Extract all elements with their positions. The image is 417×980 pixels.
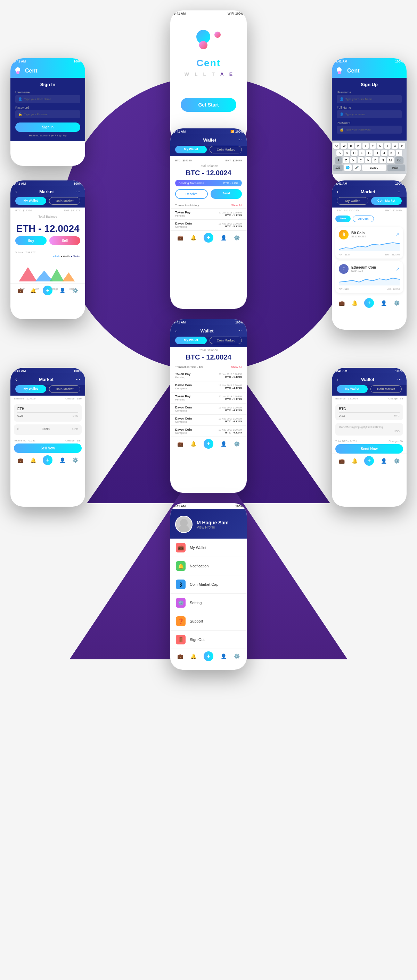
key-z[interactable]: Z xyxy=(343,157,349,164)
nav-add-button[interactable]: + xyxy=(364,298,374,308)
nav-add-button[interactable]: + xyxy=(364,456,374,466)
nav-bell-icon[interactable]: 🔔 xyxy=(351,300,358,306)
menu-item-coin-market[interactable]: ₿ Coin Market Cap xyxy=(170,575,247,594)
nav-user-icon[interactable]: 👤 xyxy=(59,457,66,463)
get-start-button[interactable]: Get Start xyxy=(181,98,236,112)
nav-wallet-icon[interactable]: 💼 xyxy=(339,300,345,306)
wallet-tx-tab-wallet[interactable]: My Wallet xyxy=(175,337,207,344)
signin-password-input[interactable]: 🔒 Type your Password xyxy=(15,110,80,118)
key-v[interactable]: V xyxy=(365,157,371,164)
key-r[interactable]: R xyxy=(355,143,361,149)
wallet-tx-menu-icon[interactable]: ··· xyxy=(237,328,242,334)
tx-show-all[interactable]: Show All xyxy=(231,204,242,207)
key-s[interactable]: S xyxy=(344,150,350,156)
key-shift[interactable]: ⬆ xyxy=(335,157,342,164)
nav-add-button[interactable]: + xyxy=(43,455,53,465)
key-mic[interactable]: 🎤 xyxy=(353,164,361,171)
tab-my-wallet[interactable]: My Wallet xyxy=(175,146,207,153)
nav-bell-icon[interactable]: 🔔 xyxy=(190,235,197,240)
nav-wallet-icon[interactable]: 💼 xyxy=(177,441,183,447)
send-button[interactable]: Send xyxy=(211,189,242,199)
nav-bell-icon[interactable]: 🔔 xyxy=(351,458,358,464)
wallet-send-tab-coin[interactable]: Coin Market xyxy=(371,385,402,393)
menu-item-wallet[interactable]: 💼 My Wallet xyxy=(170,539,247,557)
key-123[interactable]: 123 xyxy=(333,164,343,171)
menu-item-notification[interactable]: 🔔 Notification xyxy=(170,557,247,575)
nav-wallet-icon[interactable]: 💼 xyxy=(177,235,183,240)
send-now-button[interactable]: Send Now xyxy=(336,444,403,453)
nav-wallet-icon[interactable]: 💼 xyxy=(339,458,345,464)
tab-coin-market[interactable]: Coin Market xyxy=(209,146,242,153)
nav-bell-icon[interactable]: 🔔 xyxy=(30,457,36,463)
key-return[interactable]: return xyxy=(387,164,405,171)
nav-gear-icon[interactable]: ⚙️ xyxy=(234,654,240,659)
sell-button[interactable]: Sell xyxy=(50,236,81,245)
market-right-tab-coin[interactable]: Coin Market xyxy=(371,197,402,205)
key-p[interactable]: P xyxy=(399,143,405,149)
key-g[interactable]: G xyxy=(366,150,372,156)
key-k[interactable]: K xyxy=(388,150,395,156)
nav-add-button[interactable]: + xyxy=(204,439,213,449)
market-sell-tab-wallet[interactable]: My Wallet xyxy=(15,385,46,393)
signin-no-account[interactable]: Have no account yet? Sign Up xyxy=(15,134,80,137)
all-coin-button[interactable]: All Coin xyxy=(353,215,374,222)
key-j[interactable]: J xyxy=(381,150,387,156)
wallet-tx-tab-coin[interactable]: Coin Market xyxy=(209,337,242,344)
key-n[interactable]: N xyxy=(379,157,386,164)
nav-gear-icon[interactable]: ⚙️ xyxy=(394,458,399,464)
key-w[interactable]: W xyxy=(340,143,347,149)
key-l[interactable]: L xyxy=(396,150,402,156)
receive-button[interactable]: Receive xyxy=(175,189,208,199)
signup-username-input[interactable]: 👤 Type your User Name xyxy=(337,95,402,103)
buy-button[interactable]: Buy xyxy=(15,236,46,245)
key-a[interactable]: A xyxy=(336,150,343,156)
tx-show-all-btn[interactable]: Show All xyxy=(231,366,242,369)
market-sell-menu-icon[interactable]: ··· xyxy=(76,376,80,382)
eth-share-icon[interactable]: ↗ xyxy=(395,266,399,272)
market-left-menu-icon[interactable]: ··· xyxy=(76,189,80,194)
market-left-tab-coin[interactable]: Coin Market xyxy=(49,197,81,205)
signup-fullname-input[interactable]: 👤 Type your name xyxy=(337,110,402,118)
key-b[interactable]: B xyxy=(372,157,379,164)
nav-wallet-icon[interactable]: 💼 xyxy=(18,457,23,463)
key-h[interactable]: H xyxy=(374,150,380,156)
key-i[interactable]: I xyxy=(384,143,391,149)
key-q[interactable]: Q xyxy=(333,143,340,149)
key-o[interactable]: O xyxy=(391,143,398,149)
key-space[interactable]: space xyxy=(362,164,387,171)
signin-button[interactable]: Sign In xyxy=(15,123,80,132)
menu-item-setting[interactable]: ⚙️ Setting xyxy=(170,594,247,612)
wallet-send-menu-icon[interactable]: ··· xyxy=(397,376,402,382)
menu-item-signout[interactable]: 🚪 Sign Out xyxy=(170,630,247,649)
market-right-tab-wallet[interactable]: My Wallet xyxy=(337,197,368,205)
key-m[interactable]: M xyxy=(387,157,394,164)
key-globe[interactable]: 🌐 xyxy=(344,164,351,171)
nav-user-icon[interactable]: 👤 xyxy=(220,235,227,240)
btc-share-icon[interactable]: ↗ xyxy=(395,232,399,237)
nav-bell-icon[interactable]: 🔔 xyxy=(190,654,197,659)
market-right-menu-icon[interactable]: ··· xyxy=(398,189,402,194)
market-sell-tab-coin[interactable]: Coin Market xyxy=(49,385,81,393)
key-e[interactable]: E xyxy=(348,143,354,149)
wallet-send-tab-wallet[interactable]: My Wallet xyxy=(337,385,367,393)
sell-now-button[interactable]: Sell Now xyxy=(14,444,81,453)
wallet-main-menu-icon[interactable]: ··· xyxy=(237,137,242,143)
nav-gear-icon[interactable]: ⚙️ xyxy=(394,300,399,306)
nav-user-icon[interactable]: 👤 xyxy=(220,441,227,447)
menu-item-support[interactable]: ❓ Support xyxy=(170,612,247,630)
key-x[interactable]: X xyxy=(350,157,356,164)
nav-gear-icon[interactable]: ⚙️ xyxy=(234,235,240,240)
nav-add-button[interactable]: + xyxy=(204,233,213,243)
nav-add-button[interactable]: + xyxy=(204,651,213,661)
nav-user-icon[interactable]: 👤 xyxy=(381,300,387,306)
nav-wallet-icon[interactable]: 💼 xyxy=(177,654,183,659)
new-button[interactable]: New xyxy=(336,215,351,222)
key-backspace[interactable]: ⌫ xyxy=(395,157,403,164)
signup-password-input[interactable]: 🔒 Type your Password xyxy=(337,126,402,134)
signin-username-input[interactable]: 👤 Type your User Name xyxy=(15,95,80,103)
key-u[interactable]: U xyxy=(377,143,383,149)
nav-user-icon[interactable]: 👤 xyxy=(381,458,387,464)
key-f[interactable]: F xyxy=(359,150,365,156)
key-c[interactable]: C xyxy=(358,157,364,164)
nav-gear-icon[interactable]: ⚙️ xyxy=(72,457,78,463)
